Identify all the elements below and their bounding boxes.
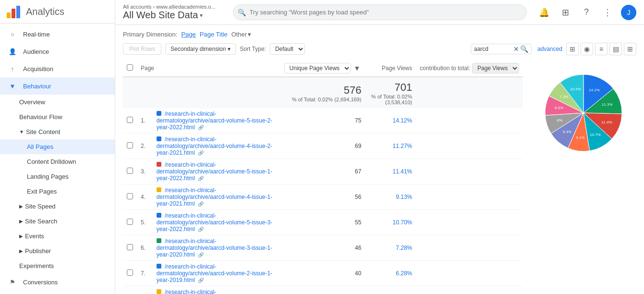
row-unique-views: 40 xyxy=(280,261,365,286)
sidebar-item-site-search[interactable]: ▶ Site Search xyxy=(0,214,115,229)
sidebar-item-realtime[interactable]: ○ Real-time xyxy=(0,25,115,43)
dim-page-title[interactable]: Page Title xyxy=(200,31,228,38)
row-page-link[interactable]: /research-in-clinical-dermatology/archiv… xyxy=(157,238,272,258)
expand-icon: ▶ xyxy=(19,233,23,239)
sidebar: Analytics ○ Real-time 👤 Audience ↑ Acqui… xyxy=(0,0,115,294)
sidebar-item-audience[interactable]: 👤 Audience xyxy=(0,43,115,60)
row-unique-views: 75 xyxy=(280,108,365,134)
row-page-cell: /research-in-clinical-dermatology/archiv… xyxy=(153,184,280,210)
row-checkbox[interactable] xyxy=(127,270,133,276)
sidebar-item-site-content[interactable]: ▼ Site Content xyxy=(0,124,115,139)
row-page-link[interactable]: /research-in-clinical-dermatology/archiv… xyxy=(157,289,272,294)
sort-type-label: Sort Type: xyxy=(240,46,266,52)
analytics-logo xyxy=(6,4,21,19)
pie-label: 10.4% xyxy=(570,87,581,91)
sidebar-item-label: Behaviour xyxy=(23,83,51,90)
row-number: 8. xyxy=(137,286,153,294)
breadcrumb: All accounts › www.alliedacademies.o... xyxy=(123,4,216,10)
contribution-select[interactable]: Page Views xyxy=(472,63,519,74)
row-unique-views: 40 xyxy=(280,286,365,294)
sidebar-item-label: All Pages xyxy=(27,143,53,150)
external-link-icon[interactable]: 🔗 xyxy=(198,150,204,156)
table-search-icon[interactable]: 🔍 xyxy=(520,45,528,53)
account-dropdown-arrow[interactable]: ▾ xyxy=(200,12,203,19)
bar-view-icon[interactable]: ≡ xyxy=(595,43,608,55)
sidebar-item-site-speed[interactable]: ▶ Site Speed xyxy=(0,199,115,214)
sidebar-item-conversions[interactable]: ⚑ Conversions xyxy=(0,273,115,291)
row-checkbox-cell xyxy=(123,159,137,184)
row-unique-views: 46 xyxy=(280,235,365,261)
external-link-icon[interactable]: 🔗 xyxy=(198,125,204,130)
select-all-checkbox[interactable] xyxy=(127,64,133,71)
row-contribution xyxy=(416,286,523,294)
sidebar-item-label: Events xyxy=(25,233,44,240)
sidebar-item-events[interactable]: ▶ Events xyxy=(0,229,115,244)
external-link-icon[interactable]: 🔗 xyxy=(198,176,204,181)
row-contribution xyxy=(416,134,523,159)
more-icon[interactable]: ⋮ xyxy=(600,5,615,20)
sidebar-item-label: Real-time xyxy=(23,31,50,38)
row-checkbox[interactable] xyxy=(127,168,133,174)
external-link-icon[interactable]: 🔗 xyxy=(198,278,204,283)
sidebar-item-experiments[interactable]: Experiments xyxy=(0,258,115,273)
row-page-link[interactable]: /research-in-clinical-dermatology/archiv… xyxy=(157,212,272,233)
total-unique-views: 576 % of Total: 0.02% (2,694,169) xyxy=(280,77,365,108)
row-checkbox[interactable] xyxy=(127,219,133,225)
top-bar: All accounts › www.alliedacademies.o... … xyxy=(115,0,644,25)
sidebar-item-landing-pages[interactable]: Landing Pages xyxy=(0,169,115,184)
sidebar-item-exit-pages[interactable]: Exit Pages xyxy=(0,184,115,199)
row-checkbox[interactable] xyxy=(127,244,133,250)
table-search-input[interactable] xyxy=(474,46,512,52)
row-page-link[interactable]: /research-in-clinical-dermatology/archiv… xyxy=(157,136,272,156)
table-search-clear[interactable]: ✕ xyxy=(513,45,519,53)
sidebar-nav: ○ Real-time 👤 Audience ↑ Acquisition ▼ B… xyxy=(0,24,115,294)
row-page-link[interactable]: /research-in-clinical-dermatology/archiv… xyxy=(157,187,272,207)
row-page-link[interactable]: /research-in-clinical-dermatology/archiv… xyxy=(157,161,272,182)
th-page-views: Page Views xyxy=(365,60,416,77)
dim-page[interactable]: Page xyxy=(181,31,195,38)
sidebar-item-all-pages[interactable]: All Pages xyxy=(0,139,115,154)
external-link-icon[interactable]: 🔗 xyxy=(198,252,204,257)
grid-view-icon[interactable]: ⊞ xyxy=(566,43,579,55)
sidebar-item-acquisition[interactable]: ↑ Acquisition xyxy=(0,60,115,77)
total-page-views: 701 % of Total: 0.02% (3,538,410) xyxy=(365,77,416,108)
unique-views-dropdown[interactable]: Unique Page Views xyxy=(284,63,351,74)
row-checkbox[interactable] xyxy=(127,193,133,199)
apps-icon[interactable]: ⊞ xyxy=(558,5,573,20)
notifications-icon[interactable]: 🔔 xyxy=(536,5,552,20)
dim-other[interactable]: Other ▾ xyxy=(231,31,252,38)
sidebar-item-attribution[interactable]: ↗ Attribution BETA xyxy=(0,291,115,294)
sort-unique-views-button[interactable]: ▼ xyxy=(353,64,362,72)
sidebar-item-content-drilldown[interactable]: Content Drilldown xyxy=(0,154,115,169)
scatter-view-icon[interactable]: ⊞ xyxy=(624,43,636,55)
row-page-link[interactable]: /research-in-clinical-dermatology/archiv… xyxy=(157,110,272,131)
row-checkbox[interactable] xyxy=(127,117,133,123)
chart-section: 14.1%11.3%11.4%10.7%9.1%9.4%8%8.3%7.3%10… xyxy=(531,60,636,294)
search-icon: 🔍 xyxy=(238,9,246,16)
sidebar-item-publisher[interactable]: ▶ Publisher xyxy=(0,244,115,258)
row-page-link[interactable]: /research-in-clinical-dermatology/archiv… xyxy=(157,263,272,283)
avatar[interactable]: J xyxy=(621,5,636,20)
table-row: 5. /research-in-clinical-dermatology/arc… xyxy=(123,210,523,235)
table-view-icon[interactable]: ▤ xyxy=(609,43,622,55)
table-row: 7. /research-in-clinical-dermatology/arc… xyxy=(123,261,523,286)
advanced-link[interactable]: advanced xyxy=(537,46,562,52)
help-icon[interactable]: ? xyxy=(579,5,594,20)
external-link-icon[interactable]: 🔗 xyxy=(198,201,204,207)
external-link-icon[interactable]: 🔗 xyxy=(198,227,204,232)
pie-view-icon[interactable]: ◉ xyxy=(581,43,593,55)
row-color-dot xyxy=(157,111,161,116)
row-page-views: 6.42% xyxy=(365,286,416,294)
sidebar-item-behaviour[interactable]: ▼ Behaviour xyxy=(0,77,115,95)
expand-icon: ▼ xyxy=(19,129,24,135)
plot-rows-button[interactable]: Plot Rows xyxy=(123,43,161,55)
sidebar-item-behaviour-flow[interactable]: Behaviour Flow xyxy=(0,110,115,124)
row-unique-views: 69 xyxy=(280,134,365,159)
th-unique-views: Unique Page Views ▼ xyxy=(280,60,365,77)
sort-type-select[interactable]: Default xyxy=(270,43,305,55)
sidebar-item-overview[interactable]: Overview xyxy=(0,95,115,110)
row-checkbox[interactable] xyxy=(127,142,133,148)
sidebar-item-label: Site Content xyxy=(26,128,61,135)
secondary-dim-button[interactable]: Secondary dimension ▾ xyxy=(165,43,236,55)
global-search-input[interactable] xyxy=(233,4,527,20)
